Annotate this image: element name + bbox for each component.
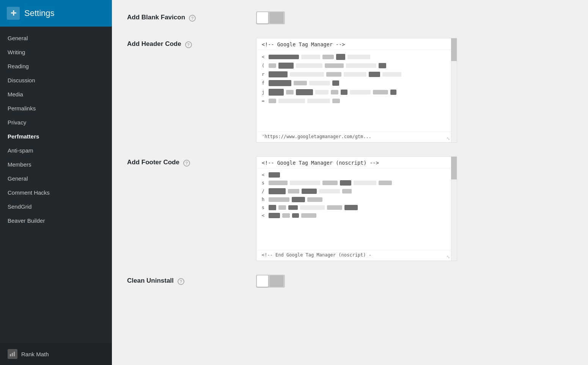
header-code-scrollbar-thumb [451, 38, 457, 61]
footer-code-first-line: <!-- Google Tag Manager (noscript) --> [256, 157, 457, 168]
header-code-textarea-outer: <!-- Google Tag Manager --> < [256, 38, 457, 143]
sidebar-footer[interactable]: Rank Math [0, 343, 112, 365]
clean-uninstall-help[interactable]: ? [178, 278, 184, 285]
clean-uninstall-toggle-track [270, 275, 283, 287]
svg-rect-0 [10, 354, 11, 356]
sidebar-item-sendgrid[interactable]: SendGrid [0, 200, 112, 214]
settings-icon: ✛ [7, 7, 20, 20]
sidebar: ✛ Settings General Writing Reading Discu… [0, 0, 112, 365]
clean-uninstall-toggle-knob [257, 275, 268, 287]
add-blank-favicon-help[interactable]: ? [189, 15, 196, 22]
svg-rect-2 [14, 352, 15, 356]
add-header-code-help[interactable]: ? [185, 41, 192, 48]
header-code-bottom-line: 'https://www.googletagmanager.com/gtm... [256, 132, 457, 142]
sidebar-item-perfmatters[interactable]: Perfmatters [0, 129, 112, 143]
clean-uninstall-label: Clean Uninstall [127, 277, 174, 285]
sidebar-item-members[interactable]: Members [0, 157, 112, 171]
rank-math-icon [8, 349, 17, 359]
sidebar-item-general-2[interactable]: General [0, 171, 112, 186]
add-footer-code-row: Add Footer Code ? <!-- Google Tag Manage… [127, 156, 573, 261]
footer-code-textarea-outer: <!-- Google Tag Manager (noscript) --> <… [256, 156, 457, 261]
svg-rect-1 [12, 353, 13, 356]
add-blank-favicon-control [256, 11, 573, 24]
header-code-scrollbar[interactable] [451, 38, 457, 142]
sidebar-item-discussion[interactable]: Discussion [0, 73, 112, 87]
add-blank-favicon-toggle[interactable] [256, 11, 285, 24]
sidebar-item-beaver-builder[interactable]: Beaver Builder [0, 214, 112, 228]
header-code-first-line: <!-- Google Tag Manager --> [256, 38, 457, 50]
sidebar-item-comment-hacks[interactable]: Comment Hacks [0, 186, 112, 200]
clean-uninstall-label-col: Clean Uninstall ? [127, 275, 241, 285]
clean-uninstall-toggle[interactable] [256, 275, 285, 288]
toggle-knob [257, 12, 268, 24]
sidebar-title: Settings [24, 8, 55, 18]
add-header-code-control: <!-- Google Tag Manager --> < [256, 38, 573, 143]
footer-code-content[interactable]: < s / [256, 168, 457, 250]
sidebar-item-privacy[interactable]: Privacy [0, 115, 112, 129]
main-content: Add Blank Favicon ? Add Header Code ? <!… [112, 0, 588, 365]
sidebar-header: ✛ Settings [0, 0, 112, 27]
header-code-resize[interactable]: ⤡ [447, 136, 450, 141]
sidebar-item-antispam[interactable]: Anti-spam [0, 143, 112, 157]
add-header-code-row: Add Header Code ? <!-- Google Tag Manage… [127, 38, 573, 143]
sidebar-item-reading[interactable]: Reading [0, 59, 112, 73]
sidebar-item-media[interactable]: Media [0, 87, 112, 101]
footer-code-scrollbar[interactable] [451, 157, 457, 261]
add-blank-favicon-label: Add Blank Favicon [127, 14, 185, 21]
clean-uninstall-row: Clean Uninstall ? [127, 275, 573, 288]
add-blank-favicon-label-col: Add Blank Favicon ? [127, 11, 241, 22]
sidebar-item-general-1[interactable]: General [0, 31, 112, 45]
rank-math-label: Rank Math [21, 351, 49, 357]
clean-uninstall-control [256, 275, 573, 288]
sidebar-item-permalinks[interactable]: Permalinks [0, 101, 112, 115]
footer-code-bottom-line: <!-- End Google Tag Manager (noscript) - [256, 250, 457, 261]
add-footer-code-help[interactable]: ? [183, 160, 190, 167]
footer-code-resize[interactable]: ⤡ [447, 255, 450, 260]
footer-code-scrollbar-thumb [451, 157, 457, 179]
add-blank-favicon-row: Add Blank Favicon ? [127, 11, 573, 24]
add-footer-code-label-col: Add Footer Code ? [127, 156, 241, 167]
sidebar-item-writing[interactable]: Writing [0, 45, 112, 59]
add-header-code-label: Add Header Code [127, 40, 181, 48]
header-code-content[interactable]: < ( [256, 50, 457, 132]
add-header-code-label-col: Add Header Code ? [127, 38, 241, 48]
add-footer-code-control: <!-- Google Tag Manager (noscript) --> <… [256, 156, 573, 261]
toggle-track [270, 12, 283, 24]
nav-list: General Writing Reading Discussion Media… [0, 27, 112, 343]
add-footer-code-label: Add Footer Code [127, 159, 179, 166]
